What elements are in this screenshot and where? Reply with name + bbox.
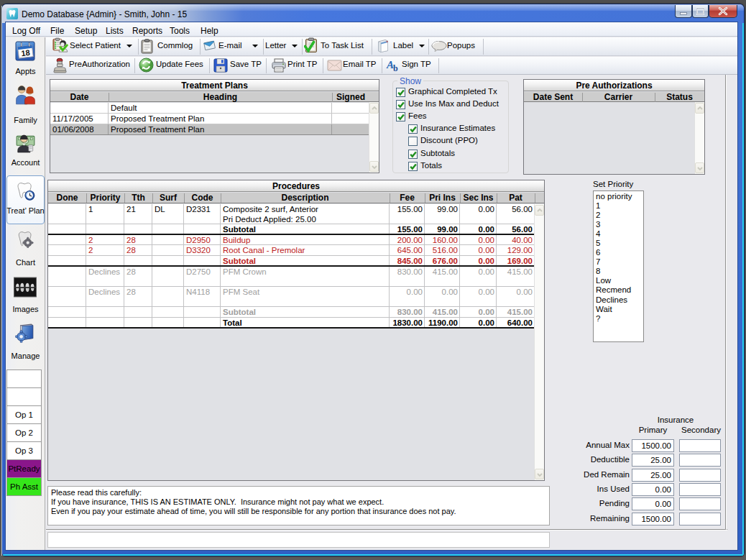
svg-text:18: 18 (21, 48, 31, 58)
svg-text:b: b (393, 63, 398, 73)
